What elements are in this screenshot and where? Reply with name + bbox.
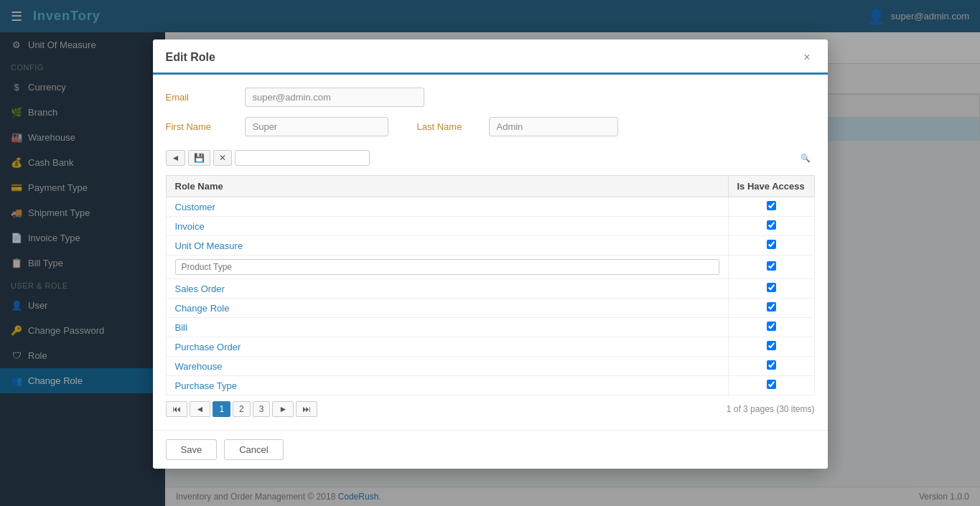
role-access-cell [728,357,814,376]
role-table-row [166,256,814,279]
role-name-link[interactable]: Customer [175,202,215,212]
role-table-row: Sales Order [166,279,814,299]
role-name-cell: Warehouse [166,357,728,376]
col-role-name: Role Name [166,176,728,197]
role-access-checkbox[interactable] [767,220,776,230]
role-name-cell: Sales Order [166,279,728,299]
modal-header: Edit Role × [153,39,828,75]
role-name-link[interactable]: Purchase Type [175,380,237,391]
inner-save-button[interactable]: 💾 [188,150,210,166]
role-access-cell [728,376,814,395]
role-name-link[interactable]: Bill [175,322,187,333]
role-name-link[interactable]: Invoice [175,221,205,232]
role-name-cell: Change Role [166,299,728,318]
inner-back-button[interactable]: ◄ [166,150,186,166]
role-access-checkbox[interactable] [767,261,776,271]
role-table-row: Warehouse [166,357,814,376]
role-name-cell: Customer [166,197,728,217]
modal-body: Email First Name Last Name ◄ 💾 ✕ 🔍 [153,75,828,430]
role-access-checkbox[interactable] [767,360,776,370]
role-access-checkbox[interactable] [767,240,776,249]
role-table-row: Bill [166,318,814,337]
search-wrapper: 🔍 [235,150,814,166]
role-access-checkbox[interactable] [767,341,776,350]
edit-role-modal: Edit Role × Email First Name Last Name ◄… [153,39,828,469]
role-name-cell: Bill [166,318,728,337]
role-page-next[interactable]: ► [272,401,294,417]
role-page-1[interactable]: 1 [213,401,230,417]
role-page-3[interactable]: 3 [253,401,271,417]
role-name-cell: Invoice [166,217,728,236]
role-access-checkbox[interactable] [767,201,776,210]
role-page-2[interactable]: 2 [233,401,251,417]
role-search-input[interactable] [235,150,370,166]
role-name-link[interactable]: Purchase Order [175,342,241,352]
role-access-cell [728,279,814,299]
inner-delete-button[interactable]: ✕ [213,150,232,166]
modal-close-button[interactable]: × [799,50,814,65]
role-pagination-buttons: ⏮ ◄ 1 2 3 ► ⏭ [166,401,318,417]
role-pagination: ⏮ ◄ 1 2 3 ► ⏭ 1 of 3 pages (30 items) [166,401,815,417]
col-is-have-access: Is Have Access [728,176,814,197]
role-access-checkbox[interactable] [767,302,776,311]
role-access-cell [728,256,814,279]
role-name-link[interactable]: Warehouse [175,361,223,372]
role-table-row: Unit Of Measure [166,236,814,256]
save-button[interactable]: Save [166,439,218,460]
firstname-input[interactable] [245,117,388,136]
role-name-cell: Purchase Order [166,337,728,357]
role-pagination-info: 1 of 3 pages (30 items) [727,404,815,414]
role-table-row: Invoice [166,217,814,236]
role-access-cell [728,236,814,256]
role-name-cell: Purchase Type [166,376,728,395]
role-table-row: Purchase Type [166,376,814,395]
role-access-cell [728,299,814,318]
role-access-cell [728,318,814,337]
email-input[interactable] [245,88,424,107]
role-name-cell [166,256,728,279]
role-table: Role Name Is Have Access CustomerInvoice… [166,175,815,395]
email-form-row: Email [166,88,815,107]
name-form-row: First Name Last Name [166,117,815,136]
role-access-cell [728,197,814,217]
firstname-label: First Name [166,121,230,132]
role-table-row: Change Role [166,299,814,318]
role-access-checkbox[interactable] [767,283,776,292]
role-name-link[interactable]: Change Role [175,303,230,314]
search-icon: 🔍 [801,154,811,163]
role-table-row: Customer [166,197,814,217]
modal-overlay: Edit Role × Email First Name Last Name ◄… [0,0,980,506]
role-table-row: Purchase Order [166,337,814,357]
product-type-input[interactable] [175,259,719,275]
role-access-checkbox[interactable] [767,322,776,331]
role-page-first[interactable]: ⏮ [166,401,187,417]
email-label: Email [166,92,230,103]
role-page-last[interactable]: ⏭ [296,401,317,417]
modal-title: Edit Role [166,51,215,64]
role-name-cell: Unit Of Measure [166,236,728,256]
role-page-prev[interactable]: ◄ [190,401,211,417]
lastname-input[interactable] [489,117,618,136]
role-name-link[interactable]: Unit Of Measure [175,240,243,251]
inner-toolbar: ◄ 💾 ✕ 🔍 [166,146,815,169]
modal-footer: Save Cancel [153,430,828,469]
role-access-checkbox[interactable] [767,380,776,389]
cancel-button[interactable]: Cancel [224,439,283,460]
lastname-label: Last Name [417,121,475,132]
role-access-cell [728,337,814,357]
role-name-link[interactable]: Sales Order [175,284,225,294]
role-access-cell [728,217,814,236]
